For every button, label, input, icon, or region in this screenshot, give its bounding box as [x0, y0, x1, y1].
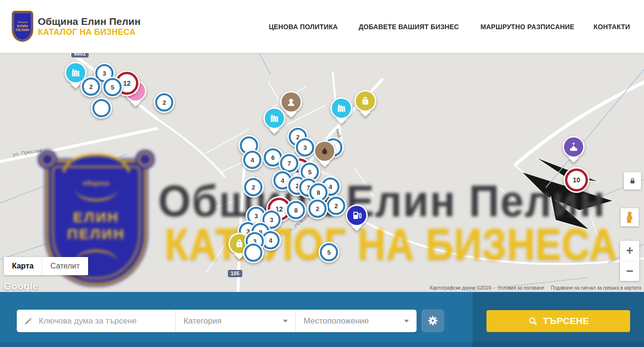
pegman-icon [624, 211, 635, 224]
gear-icon [427, 314, 439, 327]
attribution-terms-link[interactable]: Условия за ползване [497, 285, 544, 291]
map-pin-marker[interactable] [330, 97, 352, 119]
cluster-count: 10 [573, 176, 580, 184]
cluster-count: 3 [270, 216, 273, 224]
cluster-count: 8 [294, 207, 297, 214]
cluster-count: 4 [269, 237, 272, 244]
map-pin-marker[interactable] [354, 90, 376, 112]
category-dropdown[interactable]: Категория [175, 310, 295, 332]
site-header: община ЕЛИН ПЕЛИН Община Елин Пелин КАТА… [0, 0, 644, 53]
cluster-count: 4 [250, 157, 254, 164]
cluster-count: 3 [102, 70, 106, 77]
shopping-bag-icon [356, 91, 375, 111]
map-type-satellite-button[interactable]: Сателит [42, 257, 88, 275]
fullscreen-lock-button[interactable] [624, 172, 641, 190]
cluster-count: 5 [327, 249, 330, 256]
map-pin-marker[interactable] [280, 91, 302, 113]
map-cluster-marker[interactable]: 2 [326, 195, 347, 216]
location-dropdown[interactable]: Местоположение [295, 310, 417, 332]
caret-down-icon [283, 320, 288, 323]
cluster-count: 2 [316, 205, 319, 213]
fuel-icon [347, 206, 366, 225]
map-cluster-marker[interactable]: 5 [318, 242, 339, 263]
municipality-crest-icon: община ЕЛИН ПЕЛИН [11, 11, 34, 42]
category-dropdown-label: Категория [183, 316, 221, 326]
map-pin-marker[interactable] [314, 140, 336, 162]
map-pin-marker[interactable] [346, 204, 368, 226]
cluster-count: 12 [123, 79, 131, 87]
map-cluster-marker[interactable] [91, 98, 112, 119]
filter-fields: Категория Местоположение [17, 310, 417, 332]
site-subtitle: КАТАЛОГ НА БИЗНЕСА [38, 27, 137, 37]
cluster-count: 5 [308, 168, 311, 176]
map-cluster-marker[interactable]: 2 [154, 92, 175, 113]
map-pin-marker[interactable] [263, 107, 285, 129]
search-filter-bar: Категория Местоположение [0, 292, 644, 347]
map-type-control: Карта Сателит [4, 257, 88, 275]
google-logo[interactable]: Google [4, 281, 38, 292]
map-cluster-marker[interactable]: 8 [285, 200, 306, 221]
caret-down-icon [404, 320, 409, 323]
attribution-report-error-link[interactable]: Подаване на сигнал за грешка в картата [551, 285, 641, 291]
nav-contacts[interactable]: КОНТАКТИ [594, 22, 630, 31]
map-canvas[interactable]: 6002105ул. Преславбул. „Новоселний 32512… [0, 53, 644, 292]
map-cluster-marker[interactable]: 2 [243, 177, 264, 198]
cluster-count: 2 [251, 184, 255, 191]
map-type-map-button[interactable]: Карта [4, 257, 42, 275]
worker-icon [282, 92, 301, 112]
search-button[interactable]: ТЪРСЕНЕ [486, 310, 630, 332]
map-cluster-marker[interactable]: 3 [294, 137, 316, 158]
cluster-count: 7 [287, 160, 291, 167]
flame-icon [315, 142, 334, 161]
cluster-count: 3 [254, 213, 258, 220]
map-cluster-marker[interactable] [243, 242, 264, 263]
map-pin-marker[interactable] [563, 136, 585, 158]
zoom-in-button[interactable]: + [620, 241, 639, 261]
map-attribution: Картографски данни ©2019 Условия за полз… [429, 285, 641, 291]
map-cluster-marker[interactable]: 5 [102, 77, 123, 98]
advanced-settings-button[interactable] [421, 309, 444, 332]
pencil-icon [23, 316, 33, 326]
crest-name-line2: ПЕЛИН [16, 28, 30, 33]
factory-icon [265, 109, 284, 128]
nav-add-your-business[interactable]: ДОБАВЕТЕ ВАШИЯТ БИЗНЕС [359, 22, 459, 31]
search-icon [528, 316, 538, 326]
cluster-count: 2 [89, 83, 92, 90]
zoom-out-button[interactable]: − [620, 261, 639, 281]
site-title: Община Елин Пелин [38, 16, 141, 27]
cluster-count: 2 [334, 202, 338, 210]
main-nav: ЦЕНОВА ПОЛИТИКА ДОБАВЕТЕ ВАШИЯТ БИЗНЕС М… [266, 22, 632, 31]
cluster-count: 3 [303, 144, 306, 151]
zoom-control: + − [620, 241, 639, 281]
factory-icon [332, 99, 351, 118]
map-cluster-marker[interactable]: 2 [80, 76, 102, 97]
cluster-count: 8 [316, 189, 320, 196]
cluster-count: 4 [281, 177, 284, 184]
lock-icon [628, 177, 637, 185]
church-icon [564, 137, 583, 157]
street-view-pegman-button[interactable] [621, 208, 639, 226]
cluster-count: 5 [111, 84, 114, 91]
crest-org-text: община [17, 21, 27, 23]
factory-icon [66, 63, 85, 82]
road-number-badge: 105 [228, 270, 242, 277]
nav-pricing-policy[interactable]: ЦЕНОВА ПОЛИТИКА [269, 22, 338, 31]
road-number-badge: 6002 [71, 53, 89, 57]
location-dropdown-label: Местоположение [304, 316, 369, 326]
cluster-count: 4 [328, 183, 332, 190]
cluster-count: 2 [162, 99, 166, 106]
site-logo[interactable]: община ЕЛИН ПЕЛИН Община Елин Пелин КАТА… [11, 11, 141, 42]
search-button-label: ТЪРСЕНЕ [543, 316, 589, 326]
map-cluster-marker[interactable]: 4 [242, 149, 263, 170]
keyword-field[interactable] [17, 310, 175, 332]
map-cluster-marker[interactable]: 2 [307, 198, 328, 219]
attribution-map-data: Картографски данни ©2019 [429, 285, 491, 291]
cluster-count: 6 [271, 154, 274, 161]
map-cluster-marker[interactable]: 10 [564, 167, 589, 193]
nav-route-schedule[interactable]: МАРШРУТНО РАЗПИСАНИЕ [481, 22, 575, 31]
keyword-search-input[interactable] [38, 316, 159, 326]
